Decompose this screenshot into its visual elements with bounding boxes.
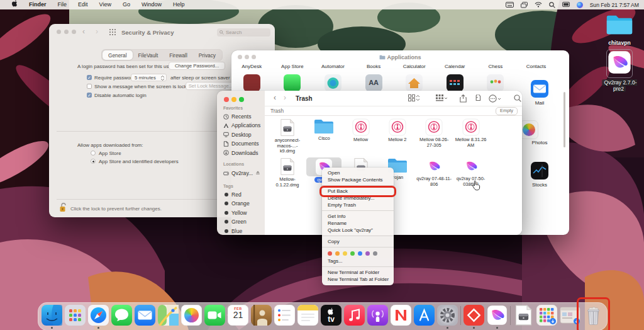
sidebar-tag-orange[interactable]: Orange [223,200,250,207]
tag-color-dot[interactable] [358,251,362,256]
menu-item-open[interactable]: Open [322,169,394,176]
app-icon-font-book[interactable]: AA [353,74,394,91]
dock-news[interactable] [391,305,411,326]
sidebar-item-recents[interactable]: Recents [223,113,252,120]
menu-item-get-info[interactable]: Get Info [322,213,394,220]
dock-reminders[interactable] [274,305,295,326]
file-qv2ray-07-50-038692[interactable]: qv2ray 07-50-038692 [453,157,489,187]
back-button[interactable]: ‹ [274,93,276,102]
menu-item-empty-trash[interactable]: Empty Trash [322,202,394,208]
forward-button[interactable]: › [284,93,286,102]
dock-tv[interactable]: tv [321,305,341,326]
icon-size-control[interactable] [408,94,420,101]
scrollbar[interactable] [564,92,565,147]
menu-item-new-terminal-tab-at-folder[interactable]: New Terminal Tab at Folder [322,276,394,283]
menu-item-delete-immediately-[interactable]: Delete Immediately... [322,195,394,202]
tag-color-dot[interactable] [335,251,340,256]
close-button[interactable] [57,30,61,34]
app-label-calculator[interactable]: Calculator [394,64,435,69]
close-button[interactable] [224,97,229,102]
menu-help[interactable]: Help [167,0,191,9]
tag-color-dot[interactable] [365,251,370,256]
show-all-icon[interactable] [109,29,116,37]
desktop-icon-qv2ray-2-7-0-pre2[interactable]: Qv2ray 2.7.0-pre2 [601,49,638,92]
menu-file[interactable]: File [52,0,73,9]
tab-firewall[interactable]: Firewall [164,50,193,60]
tab-filevault[interactable]: FileVault [133,50,164,60]
eject-icon[interactable] [255,170,260,176]
tag-color-dot[interactable] [343,251,347,256]
app-icon-facetime[interactable] [272,74,313,91]
file-mellow[interactable]: Mellow [343,118,379,143]
dock-finder[interactable] [42,305,62,326]
require-password-delay-select[interactable]: 5 minutes [131,74,167,81]
sidebar-item-qv2ray[interactable]: Qv2ray... [223,170,260,176]
dock-downloads-folder[interactable] [536,305,557,326]
sidebar-tag-red[interactable]: Red [223,191,242,198]
dock-safari[interactable] [88,305,109,326]
menu-view[interactable]: View [94,0,117,9]
menu-item-copy[interactable]: Copy [322,238,394,245]
menu-edit[interactable]: Edit [72,0,94,9]
dock-podcasts[interactable] [367,305,388,326]
menu-item-tags-[interactable]: Tags... [322,258,394,265]
dock-messages[interactable] [111,305,132,326]
sidebar-tag-yellow[interactable]: Yellow [223,210,247,216]
dock-anydesk[interactable] [464,305,484,326]
app-label-contacts[interactable]: Contacts [516,64,557,69]
minimize-button[interactable] [231,97,236,102]
dock-maps[interactable] [158,305,179,326]
file-anyconnect-macos-k9-dmg[interactable]: anyconnect-macos-...-k9.dmg [270,118,305,154]
dock-settings[interactable] [437,305,458,326]
file-cisco[interactable]: Cisco [306,118,341,142]
dock-trash[interactable] [583,305,604,326]
sidebar-item-downloads[interactable]: Downloads [223,150,258,156]
app-icon-tv[interactable] [435,74,475,91]
tag-icon[interactable] [474,94,482,102]
zoom-button[interactable] [239,97,244,102]
tab-general[interactable]: General [103,50,133,60]
windows-icon[interactable] [521,2,528,8]
dock-launchpad[interactable] [65,305,86,326]
file-mellow-0-1-22-dmg[interactable]: Mellow-0.1.22.dmg [270,157,305,188]
keyboard-icon[interactable] [506,2,514,8]
sidebar-item-applications[interactable]: Applications [223,122,260,128]
forward-button[interactable]: › [96,27,98,36]
menu-window[interactable]: Window [136,0,167,9]
dock-calendar[interactable]: FEB21 [228,305,248,326]
more-actions-icon[interactable] [489,94,501,103]
dock-photos[interactable] [181,305,202,326]
file-mellow-08-26-27-305[interactable]: Mellow 08-26-27-305 [416,118,452,148]
menu-item-new-terminal-at-folder[interactable]: New Terminal at Folder [322,269,394,276]
tag-color-dot[interactable] [373,251,377,256]
dock-facetime[interactable] [204,305,225,326]
file-mellow-8-31-26-am[interactable]: Mellow 8.31.26 AM [453,118,489,148]
siri-icon[interactable] [577,2,583,8]
disable-auto-login-checkbox[interactable]: ✓ [87,93,92,98]
app-icon-dictionary[interactable] [231,74,272,91]
menu-item-quick-look-qv2ray-[interactable]: Quick Look "qv2ray" [322,227,394,234]
search-input[interactable]: Search [217,28,270,37]
dock-appstore[interactable] [414,305,435,326]
search-icon[interactable] [514,94,521,102]
menu-item-put-back[interactable]: Put Back [322,188,394,195]
change-password-button[interactable]: Change Password... [169,62,225,70]
dock-minimized-window[interactable] [560,305,580,326]
app-label-anydesk[interactable]: AnyDesk [231,64,272,69]
app-label-app-store[interactable]: App Store [272,64,313,69]
menu-item-rename[interactable]: Rename [322,220,394,227]
app-icon-chess-pieces[interactable] [475,74,516,91]
lock-message-checkbox[interactable] [87,84,92,89]
require-password-checkbox[interactable]: ✓ [87,75,92,80]
dock-qv2ray[interactable] [487,305,508,326]
minimize-button[interactable] [64,30,69,34]
wifi-icon[interactable] [535,2,542,8]
empty-trash-button[interactable]: Empty [496,107,518,115]
sidebar-item-desktop[interactable]: Desktop [223,132,252,138]
apple-menu-icon[interactable] [6,0,23,10]
menu-go[interactable]: Go [117,0,136,9]
app-icon-photos[interactable]: Photos [519,120,560,145]
tag-color-dot[interactable] [350,251,355,256]
menu-finder[interactable]: Finder [23,0,52,9]
group-by-control[interactable] [436,94,448,101]
